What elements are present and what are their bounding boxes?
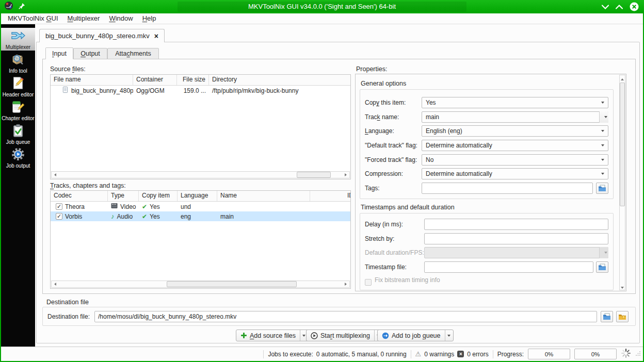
stretch-by-label: Stretch by:: [365, 233, 394, 244]
source-file-name: big_buck_bunny_480p_...: [71, 87, 133, 94]
chevron-down-icon: [602, 5, 608, 8]
tab-input[interactable]: Input: [45, 47, 73, 59]
delay-input[interactable]: [424, 219, 608, 230]
scroll-right-icon[interactable]: [342, 172, 349, 178]
source-file-size: 159.0 ...: [184, 87, 206, 94]
scrollbar-thumb[interactable]: [297, 172, 331, 178]
properties-label: Properties:: [356, 65, 387, 73]
destination-group-title: Destination file: [46, 299, 89, 306]
browse-destination-button[interactable]: [601, 311, 613, 322]
delay-label: Delay (in ms):: [365, 219, 403, 230]
sidebar-item-job-queue[interactable]: Job queue: [1, 123, 35, 145]
column-file-size[interactable]: File size: [177, 75, 209, 85]
sidebar-item-job-output[interactable]: Job output: [1, 146, 35, 169]
close-button[interactable]: [630, 2, 639, 11]
menu-help[interactable]: Help: [138, 13, 161, 24]
tracks-header[interactable]: Codec Type Copy item Language Name ID: [51, 191, 350, 202]
properties-vscrollbar[interactable]: [619, 75, 625, 290]
folder-icon: [603, 313, 611, 320]
copy-this-item-select[interactable]: Yes: [422, 97, 608, 108]
forced-track-flag-label: "Forced track" flag:: [365, 154, 417, 166]
column-id[interactable]: ID: [310, 191, 350, 201]
menu-mkvtoolnix-gui[interactable]: MKVToolNix GUI: [3, 13, 63, 24]
jobs-to-execute-label: Jobs to execute:: [268, 351, 313, 358]
sidebar-item-chapter-editor[interactable]: Chapter editor: [1, 99, 35, 122]
track-enabled-checkbox[interactable]: ✓: [56, 213, 62, 220]
maximize-button[interactable]: [616, 5, 623, 9]
add-to-job-queue-button[interactable]: Add to job queue: [377, 330, 454, 341]
scrollbar-thumb[interactable]: [620, 83, 625, 206]
column-language[interactable]: Language: [178, 191, 217, 201]
resize-grip[interactable]: [635, 351, 641, 358]
column-type[interactable]: Type: [108, 191, 139, 201]
scroll-left-icon[interactable]: [52, 172, 59, 178]
menu-multiplexer[interactable]: Multiplexer: [63, 13, 105, 24]
default-track-flag-select[interactable]: Determine automatically: [422, 140, 608, 151]
titlebar: MKVToolNix GUI v34.0.0 ('Sight and Seen'…: [0, 0, 644, 13]
plus-icon: [240, 332, 247, 339]
language-select[interactable]: English (eng): [422, 125, 608, 137]
column-codec[interactable]: Codec: [51, 191, 108, 201]
tab-output[interactable]: Output: [73, 48, 107, 59]
new-folder-button[interactable]: [616, 311, 629, 322]
compression-select[interactable]: Determine automatically: [422, 168, 608, 179]
track-type: Audio: [117, 213, 133, 220]
start-multiplexing-button[interactable]: Start multiplexing: [306, 330, 383, 341]
track-codec: Theora: [65, 203, 85, 210]
video-icon: [111, 203, 118, 210]
source-files-hscrollbar[interactable]: [51, 171, 350, 178]
scroll-left-icon[interactable]: [52, 281, 59, 287]
track-row-theora[interactable]: ✓ Theora Video ✔ Yes und: [51, 202, 350, 211]
file-tab[interactable]: big_buck_bunny_480p_stereo.mkv ×: [39, 29, 165, 42]
tab-attachments[interactable]: Attachments: [107, 48, 159, 59]
scrollbar-thumb[interactable]: [167, 281, 297, 287]
track-language: und: [181, 203, 191, 210]
add-source-files-button[interactable]: Add source files: [236, 330, 309, 341]
statusbar-separator: [493, 350, 493, 358]
progress-bar-current: 0%: [528, 349, 570, 359]
statusbar-separator: [263, 350, 264, 358]
column-copy-item[interactable]: Copy item: [139, 191, 178, 201]
check-icon: ✔: [142, 213, 147, 220]
arrow-circle-icon: [382, 332, 389, 339]
source-files-table[interactable]: File name Container File size Directory …: [50, 74, 351, 179]
column-file-name[interactable]: File name: [51, 75, 133, 85]
header-editor-icon: [11, 76, 25, 92]
minimize-button[interactable]: [602, 5, 609, 9]
stretch-by-input[interactable]: [424, 233, 608, 244]
menu-window[interactable]: Window: [104, 13, 137, 24]
job-output-icon: [11, 147, 25, 163]
chevron-down-icon: [604, 252, 607, 254]
timestamp-file-input[interactable]: [424, 261, 593, 273]
scroll-up-icon[interactable]: [620, 75, 625, 81]
track-row-vorbis[interactable]: ✓ Vorbis ♪ Audio ✔ Yes eng main: [51, 211, 350, 221]
tracks-label: Tracks, chapters and tags:: [50, 182, 126, 190]
multiplexer-icon: [11, 29, 25, 44]
tab-close-icon[interactable]: ×: [154, 32, 158, 40]
forced-track-flag-select[interactable]: No: [422, 154, 608, 166]
tags-input[interactable]: [422, 183, 593, 194]
column-directory[interactable]: Directory: [209, 75, 350, 85]
sidebar-item-multiplexer[interactable]: Multiplexer: [1, 28, 35, 51]
folder-star-icon: [618, 313, 626, 320]
scroll-right-icon[interactable]: [342, 281, 349, 287]
browse-tags-button[interactable]: [596, 183, 608, 194]
track-enabled-checkbox[interactable]: ✓: [56, 203, 62, 210]
tracks-table[interactable]: Codec Type Copy item Language Name ID ✓ …: [50, 190, 351, 289]
tracks-hscrollbar[interactable]: [51, 281, 350, 288]
language-label: Language:: [365, 125, 394, 137]
combo-dropdown-button[interactable]: [599, 111, 608, 123]
sidebar-item-header-editor[interactable]: Header editor: [1, 75, 35, 98]
sidebar-item-info-tool[interactable]: Info tool: [1, 52, 35, 74]
column-container[interactable]: Container: [133, 75, 177, 85]
app-window: MKVToolNix GUI v34.0.0 ('Sight and Seen'…: [0, 0, 644, 362]
compression-label: Compression:: [365, 168, 403, 179]
column-name[interactable]: Name: [217, 191, 310, 201]
track-name-combobox[interactable]: main: [422, 111, 608, 123]
destination-file-input[interactable]: [94, 311, 597, 322]
scroll-down-icon[interactable]: [620, 284, 625, 290]
add-to-job-queue-menu-button[interactable]: [445, 330, 453, 341]
browse-timestamp-file-button[interactable]: [596, 261, 608, 273]
source-files-header[interactable]: File name Container File size Directory: [51, 75, 350, 86]
source-file-row[interactable]: big_buck_bunny_480p_... Ogg/OGM 159.0 ..…: [51, 86, 350, 95]
